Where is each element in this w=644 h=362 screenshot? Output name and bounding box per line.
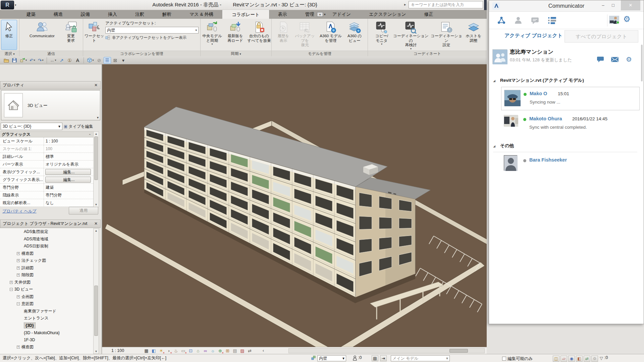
reload-latest-button[interactable]: 最新版を 再ロード <box>224 20 246 46</box>
modify-button[interactable]: 修正 <box>1 20 17 50</box>
close-icon[interactable]: ✕ <box>94 220 98 228</box>
scrollbar-thumb[interactable] <box>94 286 98 336</box>
open-icon[interactable] <box>3 57 10 64</box>
application-menu-button[interactable]: R <box>1 1 14 9</box>
a360-views-button[interactable]: A360 の ビュー <box>344 20 365 48</box>
a360-manage-models-button[interactable]: A360 モデル を管理 <box>318 20 344 48</box>
tree-item[interactable]: +階段図 <box>0 272 93 279</box>
scrollbar-thumb[interactable] <box>449 349 468 353</box>
ribbon-tab[interactable]: マス & 外構 <box>180 10 222 19</box>
copy-monitor-button[interactable]: コピー/ モニタ ▾ <box>371 20 392 51</box>
chevron-down-icon[interactable]: ▾ <box>97 116 99 119</box>
select-links-icon[interactable]: ◫ <box>553 356 559 362</box>
user-name[interactable]: Mako O <box>530 91 547 96</box>
tree-item[interactable]: +天井伏図 <box>0 279 93 286</box>
tree-item[interactable]: ADS用途地域 <box>0 236 93 243</box>
coordination-review-button[interactable]: コーディネーションの 再検討 ▾ <box>393 20 429 51</box>
workset-select[interactable]: 内壁 ▾ <box>317 355 346 361</box>
sync-with-central-icon[interactable]: ▾ <box>19 57 28 64</box>
contacts-icon[interactable] <box>514 16 523 25</box>
tree-item[interactable]: +法チェック図 <box>0 257 93 264</box>
edit-button[interactable]: 編集... <box>45 177 91 183</box>
tree-item[interactable]: +詳細図 <box>0 264 93 272</box>
expand-icon[interactable]: + <box>17 274 20 277</box>
reveal-hidden-elements-icon[interactable]: ∞ <box>203 348 208 354</box>
view-instance-select[interactable]: 3D ビュー: {3D} ▾ <box>1 123 62 130</box>
close-icon[interactable]: ✕ <box>94 81 98 89</box>
property-value[interactable]: 建築 <box>44 185 93 190</box>
tab-all-projects[interactable]: すべてのプロジェクト <box>565 30 638 43</box>
chevron-down-icon[interactable]: ▾ <box>15 3 16 7</box>
property-value[interactable]: 専門分野 <box>44 192 93 198</box>
worksharing-display-icon[interactable]: ⊞ <box>225 348 230 354</box>
show-history-button[interactable]: 履歴を 表示 <box>275 20 292 48</box>
redo-icon[interactable]: ↷▾ <box>37 57 45 64</box>
drag-elements-on-selection-icon[interactable]: ⇄ <box>584 356 590 362</box>
property-value[interactable]: 標準 <box>44 154 93 160</box>
snap-settings-icon[interactable]: ⚙ <box>591 356 598 362</box>
properties-scrollbar[interactable]: ▲ ▼ <box>93 131 99 207</box>
panel-caption-synchronize[interactable]: 同期▾ <box>201 51 271 56</box>
infocenter-collapse-icon[interactable]: ▸ <box>404 2 406 7</box>
worksets-button[interactable]: ワークセット <box>84 20 105 43</box>
tasks-timeline-icon[interactable] <box>547 16 557 25</box>
search-input[interactable] <box>409 1 483 8</box>
property-value[interactable]: オリジナルを表示 <box>44 162 93 167</box>
view-scale-button[interactable]: 1 : 100 <box>111 348 131 353</box>
tree-item[interactable]: {3D - MakotoOhura} <box>0 329 93 337</box>
panel-caption-select[interactable]: 選択▾ <box>0 51 19 56</box>
properties-help-link[interactable]: プロパティ ヘルプ <box>2 208 37 214</box>
ribbon-tab[interactable]: コラボレート <box>222 10 269 19</box>
tree-item[interactable]: +構造図 <box>0 250 93 257</box>
scrollbar-thumb[interactable] <box>94 136 98 180</box>
property-value[interactable]: なし <box>44 200 93 206</box>
minimize-ribbon-button[interactable]: ▴ ▾ <box>317 12 330 17</box>
maximize-button[interactable]: □ <box>609 0 618 10</box>
ribbon-tab[interactable]: 表示 <box>269 10 296 19</box>
tree-item[interactable]: −意匠図 <box>0 300 93 308</box>
section-active-model[interactable]: ◢Revitマンション.rvt (アクティブ モデル) <box>493 77 584 83</box>
measure-icon[interactable]: ↔▾ <box>49 57 57 64</box>
property-value[interactable]: 100 <box>44 146 93 151</box>
editable-elements-icon[interactable] <box>353 356 357 361</box>
scroll-up-icon[interactable]: ▲ <box>94 229 99 232</box>
undo-icon[interactable]: ↶▾ <box>29 57 36 64</box>
property-value[interactable]: 1 : 100 <box>44 139 93 143</box>
tree-item[interactable]: {3D} <box>0 322 93 329</box>
tag-by-category-icon[interactable]: ① <box>66 57 73 64</box>
select-elements-by-face-icon[interactable]: ◧ <box>576 356 583 362</box>
filter-icon[interactable]: ▽ <box>600 356 603 361</box>
ribbon-tab[interactable]: 解析 <box>153 10 180 19</box>
project-browser-header[interactable]: プロジェクト ブラウザ - Revitマンション.rvt ✕ <box>0 220 101 228</box>
sun-path-icon[interactable]: ☀ <box>158 348 164 354</box>
active-workset-select[interactable]: 内壁 ▾ <box>105 27 199 34</box>
tab-active-project[interactable]: アクティブ プロジェクト <box>504 33 562 39</box>
user-name[interactable]: Bara Fishseeker <box>529 157 567 163</box>
detail-level-icon[interactable]: ◧ <box>151 348 157 354</box>
select-pinned-elements-icon[interactable]: ◉ <box>568 356 575 362</box>
save-icon[interactable] <box>11 57 18 64</box>
communicator-scrollbar[interactable] <box>641 45 643 81</box>
analytical-model-icon[interactable]: ▨ <box>239 348 245 354</box>
scroll-down-icon[interactable]: ▼ <box>94 203 99 206</box>
message-item[interactable]: Makoto Ohura 2016/01/22 14:45 Sync with … <box>501 114 640 134</box>
apply-button[interactable]: 適用 <box>69 207 98 215</box>
ribbon-tab[interactable]: 挿入 <box>99 10 126 19</box>
properties-section-graphics[interactable]: グラフィックス ⌃ <box>0 131 93 137</box>
design-option-select[interactable]: メイン モデル ▾ <box>391 355 450 361</box>
tree-item[interactable]: 1F-3D <box>0 337 93 344</box>
view-lock-icon[interactable]: ⌂ <box>195 348 201 354</box>
crop-view-icon[interactable]: ▭ <box>180 348 186 354</box>
visual-style-icon[interactable]: ▦ <box>144 348 149 354</box>
project-chat-icon[interactable] <box>597 57 604 62</box>
tree-item[interactable]: ADS集団規定 <box>0 228 93 236</box>
user-name[interactable]: Makoto Ohura <box>529 116 562 121</box>
project-settings-icon[interactable]: ⚙ <box>626 55 632 63</box>
coordination-settings-button[interactable]: コーディネーション 設定 <box>430 20 463 51</box>
collapse-icon[interactable]: − <box>10 288 13 291</box>
contact-item[interactable]: Bara Fishseeker <box>501 155 640 173</box>
view-properties-lock-icon[interactable]: ⇄ <box>247 348 253 354</box>
tree-item[interactable]: +構造図 <box>0 344 93 351</box>
aligned-dimension-icon[interactable]: ↗ <box>58 57 65 64</box>
message-item[interactable]: Mako O 15:01 Syncing now ... <box>501 87 640 110</box>
